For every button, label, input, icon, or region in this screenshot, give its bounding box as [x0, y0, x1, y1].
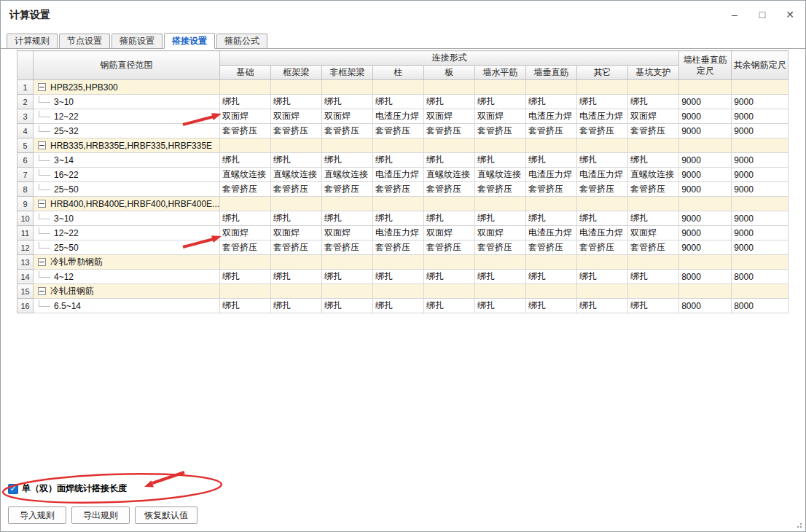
connection-cell[interactable]: 绑扎 [424, 270, 475, 284]
connection-cell[interactable]: 套管挤压 [424, 124, 475, 138]
connection-cell[interactable]: 绑扎 [373, 95, 424, 109]
connection-cell[interactable] [220, 197, 271, 211]
fixed-length-cell[interactable]: 9000 [679, 153, 732, 168]
fixed-length-cell[interactable] [732, 197, 789, 211]
connection-cell[interactable]: 绑扎 [475, 299, 526, 313]
connection-cell[interactable]: 绑扎 [475, 270, 526, 284]
tab-node-settings[interactable]: 节点设置 [59, 34, 110, 48]
diameter-range-cell[interactable]: 3~10 [34, 95, 220, 109]
connection-cell[interactable]: 绑扎 [373, 153, 424, 168]
connection-cell[interactable]: 绑扎 [271, 299, 322, 313]
restore-defaults-button[interactable]: 恢复默认值 [135, 506, 197, 524]
connection-cell[interactable] [220, 80, 271, 95]
connection-cell[interactable] [526, 197, 577, 211]
connection-cell[interactable]: 双面焊 [475, 226, 526, 240]
collapse-icon[interactable] [38, 258, 46, 266]
fixed-length-cell[interactable]: 9000 [732, 124, 789, 138]
fixed-length-cell[interactable]: 9000 [679, 95, 732, 109]
row-number[interactable]: 2 [17, 95, 34, 109]
fixed-length-cell[interactable] [732, 80, 789, 95]
export-rules-button[interactable]: 导出规则 [71, 506, 130, 524]
connection-cell[interactable] [322, 197, 373, 211]
row-number[interactable]: 14 [17, 270, 34, 284]
fixed-length-cell[interactable]: 9000 [732, 109, 789, 124]
group-row-label-cell[interactable]: 冷轧带肋钢筋 [34, 255, 220, 270]
row-number[interactable]: 3 [17, 109, 34, 124]
fixed-length-cell[interactable]: 9000 [732, 226, 789, 240]
connection-cell[interactable] [373, 284, 424, 299]
connection-cell[interactable]: 套管挤压 [475, 240, 526, 255]
connection-cell[interactable]: 套管挤压 [424, 240, 475, 255]
connection-cell[interactable] [577, 284, 628, 299]
collapse-icon[interactable] [38, 83, 46, 91]
connection-cell[interactable]: 绑扎 [526, 95, 577, 109]
diameter-range-cell[interactable]: 25~50 [34, 182, 220, 197]
connection-cell[interactable]: 绑扎 [220, 95, 271, 109]
connection-cell[interactable] [475, 80, 526, 95]
connection-cell[interactable] [577, 80, 628, 95]
diameter-range-cell[interactable]: 3~10 [34, 211, 220, 226]
connection-cell[interactable]: 套管挤压 [373, 182, 424, 197]
connection-cell[interactable]: 绑扎 [628, 270, 679, 284]
connection-cell[interactable] [220, 255, 271, 270]
connection-cell[interactable] [577, 255, 628, 270]
connection-cell[interactable] [322, 255, 373, 270]
fixed-length-cell[interactable]: 9000 [679, 182, 732, 197]
connection-cell[interactable]: 双面焊 [271, 226, 322, 240]
fixed-length-cell[interactable]: 9000 [679, 124, 732, 138]
fixed-length-cell[interactable] [732, 284, 789, 299]
connection-cell[interactable]: 套管挤压 [373, 240, 424, 255]
row-number[interactable]: 16 [17, 299, 34, 313]
connection-cell[interactable]: 套管挤压 [322, 124, 373, 138]
connection-cell[interactable] [373, 80, 424, 95]
connection-cell[interactable]: 绑扎 [373, 299, 424, 313]
connection-cell[interactable]: 绑扎 [271, 270, 322, 284]
connection-cell[interactable]: 直螺纹连接 [475, 168, 526, 182]
diameter-range-cell[interactable]: 3~14 [34, 153, 220, 168]
connection-cell[interactable] [271, 255, 322, 270]
connection-cell[interactable]: 绑扎 [322, 211, 373, 226]
connection-cell[interactable]: 绑扎 [628, 95, 679, 109]
connection-cell[interactable] [628, 138, 679, 153]
connection-cell[interactable] [424, 255, 475, 270]
row-number[interactable]: 11 [17, 226, 34, 240]
resize-grip[interactable] [800, 526, 802, 528]
fixed-length-cell[interactable] [679, 197, 732, 211]
connection-cell[interactable]: 套管挤压 [577, 182, 628, 197]
connection-cell[interactable]: 直螺纹连接 [424, 168, 475, 182]
connection-cell[interactable] [322, 138, 373, 153]
connection-cell[interactable]: 套管挤压 [628, 182, 679, 197]
connection-cell[interactable]: 绑扎 [577, 299, 628, 313]
connection-cell[interactable]: 套管挤压 [577, 240, 628, 255]
connection-cell[interactable]: 绑扎 [526, 153, 577, 168]
connection-cell[interactable]: 直螺纹连接 [322, 168, 373, 182]
tab-calculation-rules[interactable]: 计算规则 [7, 34, 58, 48]
connection-cell[interactable]: 绑扎 [220, 270, 271, 284]
connection-cell[interactable]: 绑扎 [322, 270, 373, 284]
diameter-range-cell[interactable]: 12~22 [34, 226, 220, 240]
connection-cell[interactable]: 双面焊 [220, 109, 271, 124]
diameter-range-cell[interactable]: 25~32 [34, 124, 220, 138]
connection-cell[interactable] [475, 255, 526, 270]
connection-cell[interactable]: 套管挤压 [475, 182, 526, 197]
connection-cell[interactable]: 绑扎 [271, 211, 322, 226]
connection-cell[interactable]: 套管挤压 [220, 182, 271, 197]
connection-cell[interactable]: 套管挤压 [220, 240, 271, 255]
fixed-length-cell[interactable] [679, 284, 732, 299]
tab-stirrup-settings[interactable]: 箍筋设置 [111, 34, 163, 48]
connection-cell[interactable] [424, 197, 475, 211]
connection-cell[interactable] [628, 284, 679, 299]
row-number[interactable]: 15 [17, 284, 34, 299]
collapse-icon[interactable] [38, 141, 46, 149]
connection-cell[interactable]: 电渣压力焊 [577, 109, 628, 124]
maximize-icon[interactable]: □ [754, 7, 770, 23]
fixed-length-cell[interactable] [679, 138, 732, 153]
connection-cell[interactable] [373, 255, 424, 270]
connection-cell[interactable]: 双面焊 [322, 109, 373, 124]
connection-cell[interactable] [424, 138, 475, 153]
connection-cell[interactable] [628, 255, 679, 270]
group-row-label-cell[interactable]: 冷轧扭钢筋 [34, 284, 220, 299]
connection-cell[interactable] [424, 284, 475, 299]
connection-cell[interactable] [475, 284, 526, 299]
connection-cell[interactable]: 绑扎 [475, 211, 526, 226]
